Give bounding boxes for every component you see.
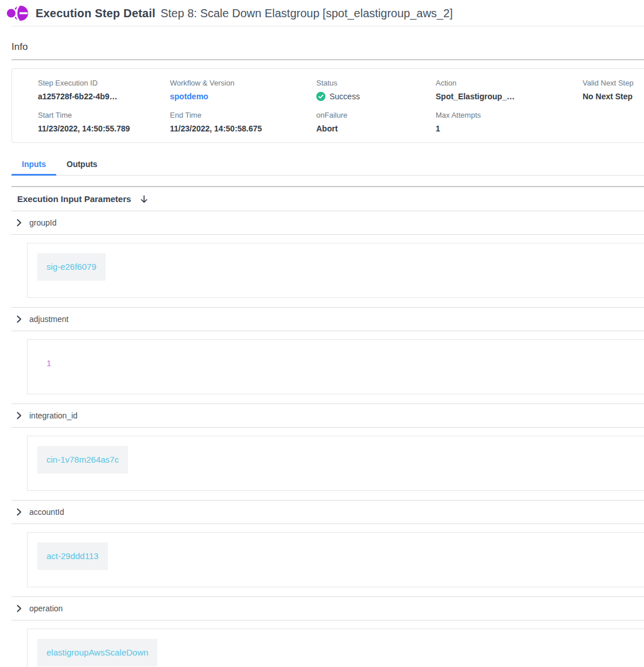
parameter-expand-row[interactable]: adjustment: [11, 308, 644, 331]
parameter-block: integration_id cin-1v78m264as7c: [11, 404, 644, 500]
success-check-icon: [316, 92, 325, 101]
parameter-name: adjustment: [29, 315, 68, 324]
page-subtitle: Step 8: Scale Down Elastgroup [spot_elas…: [161, 7, 453, 20]
chevron-right-icon: [14, 507, 24, 517]
parameter-value-box: sig-e26f6079: [27, 243, 644, 298]
parameter-body: 1: [11, 331, 644, 404]
info-field: onFailure Abort: [316, 111, 436, 133]
parameters-title: Execution Input Parameters: [17, 194, 131, 204]
info-field: Valid Next Step No Next Step: [583, 79, 644, 101]
info-field-value: 11/23/2022, 14:50:55.789: [38, 124, 170, 133]
info-field-label: Start Time: [38, 111, 170, 119]
info-field-label: onFailure: [316, 111, 436, 119]
parameter-value-box: elastigroupAwsScaleDown: [27, 629, 644, 667]
parameter-body: elastigroupAwsScaleDown: [11, 620, 644, 667]
parameter-body: cin-1v78m264as7c: [11, 427, 644, 500]
parameter-body: sig-e26f6079: [11, 234, 644, 307]
input-parameters-section: Execution Input Parameters groupId sig-e…: [11, 186, 644, 667]
info-field-label: Step Execution ID: [38, 79, 170, 87]
info-field-label: Status: [316, 79, 436, 87]
info-field-value: 1: [436, 124, 583, 133]
parameter-expand-row[interactable]: integration_id: [11, 404, 644, 427]
collapse-arrow-down-icon[interactable]: [139, 194, 149, 204]
parameter-value-chip: 1: [37, 350, 60, 377]
info-field: Step Execution ID a125728f-6b22-4b9…: [38, 79, 170, 101]
chevron-right-icon: [14, 604, 24, 613]
info-field-label: End Time: [170, 111, 316, 119]
info-field: Status Success: [316, 79, 436, 101]
parameter-block: adjustment 1: [11, 307, 644, 404]
parameter-block: operation elastigroupAwsScaleDown: [11, 596, 644, 667]
info-field-text: Abort: [316, 124, 337, 133]
info-field-text: Success: [329, 92, 360, 101]
parameter-expand-row[interactable]: operation: [11, 597, 644, 620]
info-field-label: Valid Next Step: [583, 79, 644, 87]
chevron-right-icon: [14, 411, 24, 420]
parameter-expand-row[interactable]: groupId: [11, 211, 644, 234]
parameter-name: groupId: [29, 218, 56, 227]
parameter-value-box: act-29ddd113: [27, 532, 644, 587]
info-field-text: No Next Step: [583, 92, 633, 101]
info-field-label: Workflow & Version: [170, 79, 316, 87]
tab-bar: Inputs Outputs: [11, 156, 644, 176]
page-header: Execution Step Detail Step 8: Scale Down…: [0, 0, 644, 26]
parameter-value-box: cin-1v78m264as7c: [27, 436, 644, 491]
info-field-text: 1: [436, 124, 440, 133]
parameter-expand-row[interactable]: accountId: [11, 501, 644, 523]
parameter-name: integration_id: [29, 411, 77, 420]
info-field: Start Time 11/23/2022, 14:50:55.789: [38, 111, 170, 133]
parameter-value-chip: act-29ddd113: [37, 542, 108, 570]
info-field-text: 11/23/2022, 14:50:58.675: [170, 124, 262, 133]
info-field-value: a125728f-6b22-4b9…: [38, 92, 170, 101]
tab-inputs[interactable]: Inputs: [11, 156, 56, 176]
info-field-value: 11/23/2022, 14:50:58.675: [170, 124, 316, 133]
parameter-body: act-29ddd113: [11, 523, 644, 596]
tab-outputs[interactable]: Outputs: [56, 156, 108, 176]
parameter-block: accountId act-29ddd113: [11, 500, 644, 596]
info-field-text: 11/23/2022, 14:50:55.789: [38, 124, 130, 133]
info-field-value: Spot_Elastigroup_…: [436, 92, 583, 101]
info-field-text: Spot_Elastigroup_…: [436, 92, 515, 101]
info-field: Max Attempts 1: [436, 111, 583, 133]
parameter-list: groupId sig-e26f6079 adjustment 1 integr…: [11, 211, 644, 667]
chevron-right-icon: [14, 218, 24, 227]
parameter-name: accountId: [29, 507, 64, 517]
info-field-text: spotdemo: [170, 92, 208, 101]
parameter-block: groupId sig-e26f6079: [11, 211, 644, 307]
info-field-text: a125728f-6b22-4b9…: [38, 92, 118, 101]
parameter-value-chip: elastigroupAwsScaleDown: [37, 639, 157, 666]
parameters-header-row: Execution Input Parameters: [11, 187, 644, 211]
chevron-right-icon: [14, 315, 24, 324]
info-field: Action Spot_Elastigroup_…: [436, 79, 583, 101]
spot-logo-icon: [6, 3, 29, 24]
info-field-label: Action: [436, 79, 583, 87]
info-field: Workflow & Version spotdemo: [170, 79, 316, 101]
info-field: End Time 11/23/2022, 14:50:58.675: [170, 111, 316, 133]
info-field-value: Abort: [316, 124, 436, 133]
info-card: Step Execution ID a125728f-6b22-4b9… Wor…: [11, 68, 644, 143]
info-field-value: No Next Step: [583, 92, 644, 101]
page-title: Execution Step Detail: [36, 7, 156, 20]
parameter-name: operation: [29, 604, 63, 613]
parameter-value-chip: cin-1v78m264as7c: [37, 446, 128, 474]
parameter-value-box: 1: [27, 339, 644, 394]
info-field-label: Max Attempts: [436, 111, 583, 119]
parameter-value-chip: sig-e26f6079: [37, 253, 106, 281]
info-section-title: Info: [11, 41, 644, 60]
info-field-value: Success: [316, 92, 436, 101]
workflow-link[interactable]: spotdemo: [170, 92, 316, 101]
